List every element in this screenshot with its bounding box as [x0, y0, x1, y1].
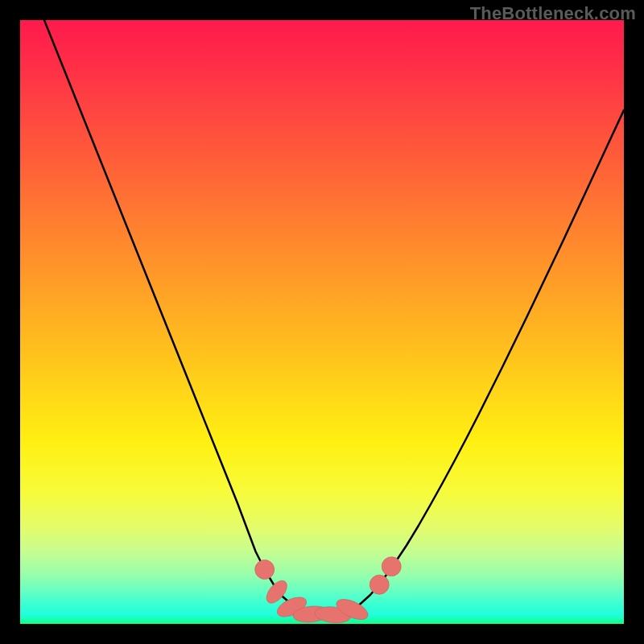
attribution-label: TheBottleneck.com [470, 3, 636, 24]
gradient-plot-area [20, 20, 624, 624]
bead-marker [251, 556, 278, 583]
bottleneck-curve [44, 20, 624, 616]
series-container [44, 20, 624, 624]
curve-svg [20, 20, 624, 624]
chart-frame: TheBottleneck.com [0, 0, 644, 644]
